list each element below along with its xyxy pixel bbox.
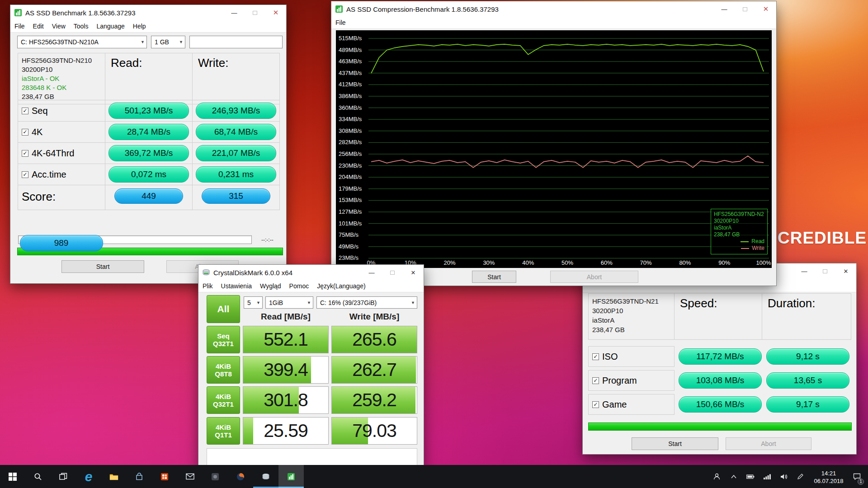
battery-icon[interactable] <box>742 465 759 488</box>
cdm-run-count-dropdown[interactable]: 5 ▼ <box>244 296 263 309</box>
chart-y-tick-label: 230MB/s <box>339 162 362 169</box>
asb-test-row-acctime: ✓Acc.time 0,072 ms 0,231 ms <box>18 164 278 185</box>
asb-menu-edit[interactable]: Edit <box>29 20 48 32</box>
chart-y-tick-label: 282MB/s <box>339 139 362 145</box>
volume-icon[interactable] <box>775 465 792 488</box>
copy-drive-driver: iaStorA <box>592 315 670 325</box>
asb-4k64-read-value: 369,72 MB/s <box>108 145 189 161</box>
asb-write-header: Write: <box>192 53 280 104</box>
compression-abort-button: Abort <box>550 271 638 283</box>
asb-menu-help[interactable]: Help <box>129 20 150 32</box>
browser-icon[interactable] <box>228 465 253 488</box>
asb-4k64-write-value: 221,07 MB/s <box>196 145 276 161</box>
cdm-menu-jezyk[interactable]: Język(Language) <box>313 280 369 292</box>
asb-titlebar[interactable]: AS SSD Benchmark 1.8.5636.37293 — ✕ <box>10 5 286 20</box>
write-line-swatch <box>741 248 749 249</box>
store-icon[interactable] <box>127 465 152 488</box>
cdm-menu-ustawienia[interactable]: Ustawienia <box>217 280 256 292</box>
compression-start-button[interactable]: Start <box>472 271 516 283</box>
seq-checkbox[interactable]: ✓ <box>22 108 28 114</box>
asb-size-dropdown[interactable]: 1 GB ▼ <box>151 36 185 48</box>
compression-menu-file[interactable]: File <box>331 17 350 28</box>
asb-menubar: File Edit View Tools Language Help <box>10 20 286 33</box>
hidden-icons-chevron[interactable] <box>725 465 742 488</box>
compression-minimize-button[interactable]: — <box>714 1 735 17</box>
action-center-icon[interactable]: 1 <box>849 465 865 488</box>
chart-y-tick-label: 308MB/s <box>339 127 362 134</box>
program-checkbox[interactable]: ✓ <box>592 377 599 384</box>
asb-seq-read-value: 501,23 MB/s <box>108 103 189 119</box>
dark-app-icon[interactable] <box>203 465 228 488</box>
cdm-all-button[interactable]: All <box>207 295 240 323</box>
copy-abort-button: Abort <box>726 437 811 450</box>
cdm-drive-dropdown[interactable]: C: 16% (39/237GiB) ▼ <box>316 296 417 309</box>
cdm-minimize-button[interactable]: — <box>361 265 382 280</box>
cdm-4kib-q1t1-button[interactable]: 4KiBQ1T1 <box>207 417 240 445</box>
copy-game-duration: 9,17 s <box>766 396 849 413</box>
cdm-size-dropdown[interactable]: 1GiB ▼ <box>265 296 313 309</box>
cdm-maximize-button <box>382 265 403 280</box>
crystaldiskmark-taskbar-icon[interactable] <box>253 465 278 488</box>
cdm-titlebar[interactable]: CrystalDiskMark 6.0.0 x64 — ✕ <box>198 265 424 280</box>
cdm-comment-field[interactable] <box>207 448 417 465</box>
cdm-menu-pomoc[interactable]: Pomoc <box>285 280 313 292</box>
compression-titlebar[interactable]: AS SSD Compression-Benchmark 1.8.5636.37… <box>331 1 776 17</box>
cdm-label-bottom: Q32T1 <box>213 340 234 347</box>
task-view-icon[interactable] <box>51 465 76 488</box>
people-icon[interactable] <box>708 465 725 488</box>
asb-drive-model: HFS256G39TND-N210 <box>22 56 101 65</box>
taskbar: e <box>0 465 868 488</box>
copy-test-label: Program <box>602 375 637 386</box>
asb-window-title: AS SSD Benchmark 1.8.5636.37293 <box>25 9 224 17</box>
game-checkbox[interactable]: ✓ <box>592 401 599 408</box>
search-icon[interactable] <box>25 465 51 488</box>
asb-test-label: Seq <box>32 106 48 116</box>
copy-drive-capacity: 238,47 GB <box>592 325 670 334</box>
red-grid-app-icon[interactable] <box>152 465 177 488</box>
compression-close-button[interactable]: ✕ <box>755 1 776 17</box>
asb-test-row-4k: ✓4K 28,74 MB/s 68,74 MB/s <box>18 122 278 143</box>
start-button[interactable] <box>0 465 25 488</box>
asb-menu-language[interactable]: Language <box>92 20 128 32</box>
asb-start-button[interactable]: Start <box>61 260 144 273</box>
cdm-4kib-q8t8-button[interactable]: 4KiBQ8T8 <box>207 356 240 384</box>
cdm-write-header: Write [MB/s] <box>331 312 417 322</box>
asb-menu-tools[interactable]: Tools <box>70 20 93 32</box>
taskbar-clock[interactable]: 14:21 06.07.2018 <box>809 469 849 485</box>
desktop: CREDIBLE AS SSD Benchmark 1.8.5636.37293… <box>0 0 868 488</box>
acctime-checkbox[interactable]: ✓ <box>22 171 28 178</box>
asb-close-button[interactable]: ✕ <box>265 5 286 20</box>
cdm-menu-plik[interactable]: Plik <box>198 280 217 292</box>
asb-empty-textbox[interactable] <box>189 36 283 48</box>
cdm-label-top: 4KiB <box>216 393 231 400</box>
asb-drive-dropdown[interactable]: C: HFS256G39TND-N210A ▼ <box>17 36 147 48</box>
asb-menu-view[interactable]: View <box>48 20 70 32</box>
compression-maximize-button <box>735 1 755 17</box>
4k-checkbox[interactable]: ✓ <box>22 129 28 136</box>
mail-icon[interactable] <box>177 465 203 488</box>
windows-ink-pen-icon[interactable] <box>792 465 809 488</box>
legend-write-entry: Write <box>714 245 764 252</box>
asb-menu-file[interactable]: File <box>10 20 29 32</box>
cdm-label-bottom: Q32T1 <box>213 400 234 408</box>
copy-test-label: Game <box>602 399 627 410</box>
copy-close-button[interactable]: ✕ <box>835 263 856 279</box>
file-explorer-icon[interactable] <box>101 465 127 488</box>
cdm-seq-read-cell: 552.1 <box>243 326 329 353</box>
cdm-menu-wyglad[interactable]: Wygląd <box>256 280 285 292</box>
asb-seq-write-value: 246,93 MB/s <box>196 103 276 119</box>
cdm-seq-q32t1-button[interactable]: SeqQ32T1 <box>207 326 240 353</box>
cdm-close-button[interactable]: ✕ <box>403 265 424 280</box>
chart-x-tick-label: 30% <box>479 259 499 266</box>
copy-start-button[interactable]: Start <box>632 437 718 450</box>
as-ssd-taskbar-icon[interactable] <box>278 465 304 488</box>
asb-test-row-seq: ✓Seq 501,23 MB/s 246,93 MB/s <box>18 100 278 122</box>
chevron-down-icon: ▼ <box>141 40 145 44</box>
copy-minimize-button[interactable]: — <box>794 263 815 279</box>
asb-minimize-button[interactable]: — <box>224 5 245 20</box>
network-icon[interactable] <box>759 465 775 488</box>
4k64-checkbox[interactable]: ✓ <box>22 150 28 157</box>
cdm-4kib-q32t1-button[interactable]: 4KiBQ32T1 <box>207 386 240 414</box>
iso-checkbox[interactable]: ✓ <box>592 353 599 360</box>
edge-icon[interactable]: e <box>76 465 101 488</box>
